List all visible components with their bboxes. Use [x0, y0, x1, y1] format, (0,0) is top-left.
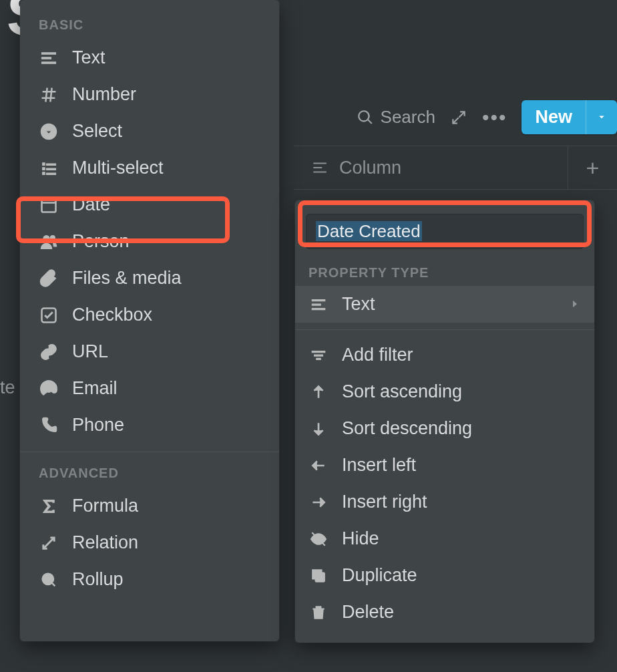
type-label: Files & media [72, 268, 182, 289]
type-label: Multi-select [72, 158, 164, 178]
action-label: Delete [342, 602, 394, 623]
truncated-text: te [0, 377, 15, 398]
type-checkbox[interactable]: Checkbox [20, 297, 279, 333]
property-type-selector[interactable]: Text [295, 286, 594, 323]
action-delete[interactable]: Delete [295, 594, 594, 631]
action-duplicate[interactable]: Duplicate [295, 557, 594, 594]
column-name-value: Date Created [316, 221, 422, 241]
expand-icon [450, 109, 467, 126]
rollup-icon [39, 570, 59, 590]
type-relation[interactable]: Relation [20, 524, 279, 561]
paperclip-icon [39, 269, 59, 289]
arrow-right-icon [308, 492, 329, 512]
new-button-dropdown[interactable] [586, 100, 617, 134]
link-icon [39, 342, 59, 362]
search-label: Search [381, 107, 435, 128]
action-insert-left[interactable]: Insert left [295, 447, 594, 484]
type-label: Text [72, 47, 106, 68]
column-menu: Date Created PROPERTY TYPE Text Add filt… [295, 200, 594, 643]
type-phone[interactable]: Phone [20, 407, 279, 444]
calendar-icon [39, 195, 59, 215]
phone-icon [39, 415, 59, 436]
action-label: Sort descending [342, 418, 472, 439]
table-column-header-row: Column + [294, 146, 617, 190]
type-select[interactable]: Select [20, 113, 279, 150]
type-multi-select[interactable]: Multi-select [20, 150, 279, 186]
duplicate-icon [308, 566, 329, 586]
type-label: URL [72, 341, 108, 362]
arrow-up-icon [308, 382, 329, 402]
new-button[interactable]: New [522, 100, 617, 134]
type-date[interactable]: Date [20, 186, 279, 223]
type-text[interactable]: Text [20, 39, 279, 76]
divider [20, 452, 279, 452]
action-insert-right[interactable]: Insert right [295, 484, 594, 520]
chevron-right-icon [569, 294, 581, 315]
type-label: Relation [72, 532, 138, 553]
type-label: Phone [72, 415, 124, 436]
trash-icon [308, 603, 329, 623]
property-type-current: Text [342, 294, 375, 315]
action-hide[interactable]: Hide [295, 520, 594, 557]
multi-select-icon [39, 158, 59, 178]
action-label: Insert left [342, 455, 416, 476]
type-label: Number [72, 84, 136, 105]
hash-icon [39, 85, 59, 105]
action-label: Sort ascending [342, 381, 462, 402]
type-person[interactable]: Person [20, 223, 279, 260]
select-icon [39, 122, 59, 142]
chevron-down-icon [596, 111, 608, 123]
svg-point-6 [43, 573, 53, 584]
arrow-left-icon [308, 456, 329, 476]
type-formula[interactable]: Formula [20, 488, 279, 524]
property-type-label: PROPERTY TYPE [295, 259, 594, 286]
svg-point-2 [43, 235, 49, 241]
action-sort-ascending[interactable]: Sort ascending [295, 373, 594, 410]
eye-off-icon [308, 529, 329, 549]
relation-icon [39, 533, 59, 553]
add-column-button[interactable]: + [568, 146, 617, 189]
expand-button[interactable] [450, 109, 467, 126]
svg-rect-1 [42, 198, 56, 212]
type-label: Email [72, 378, 118, 399]
sigma-icon [39, 496, 59, 516]
text-icon [39, 48, 59, 68]
type-label: Checkbox [72, 305, 152, 325]
type-number[interactable]: Number [20, 76, 279, 113]
search-button[interactable]: Search [357, 107, 435, 128]
divider [295, 329, 594, 330]
action-add-filter[interactable]: Add filter [295, 337, 594, 373]
at-icon [39, 379, 59, 399]
type-label: Date [72, 194, 110, 215]
text-icon [311, 159, 329, 176]
type-label: Select [72, 121, 122, 142]
action-label: Duplicate [342, 565, 417, 586]
toolbar: Search ••• New [357, 100, 617, 134]
property-type-menu: BASIC Text Number Select Multi-select Da… [20, 0, 279, 641]
svg-point-3 [50, 235, 55, 240]
type-url[interactable]: URL [20, 333, 279, 370]
action-sort-descending[interactable]: Sort descending [295, 410, 594, 447]
action-label: Add filter [342, 345, 413, 365]
arrow-down-icon [308, 419, 329, 439]
column-name-input[interactable]: Date Created [306, 214, 584, 249]
type-label: Rollup [72, 569, 124, 590]
more-button[interactable]: ••• [482, 106, 507, 129]
action-label: Insert right [342, 492, 427, 512]
type-label: Formula [72, 496, 138, 516]
basic-section-label: BASIC [20, 12, 279, 39]
action-label: Hide [342, 528, 379, 549]
type-files[interactable]: Files & media [20, 260, 279, 297]
column-header-label: Column [339, 158, 401, 178]
text-icon [308, 295, 329, 315]
type-rollup[interactable]: Rollup [20, 561, 279, 598]
person-icon [39, 232, 59, 252]
filter-icon [308, 345, 329, 365]
type-label: Person [72, 231, 130, 252]
search-icon [357, 109, 374, 126]
column-header[interactable]: Column [294, 158, 568, 178]
new-button-label: New [522, 100, 586, 134]
advanced-section-label: ADVANCED [20, 460, 279, 488]
checkbox-icon [39, 305, 59, 325]
type-email[interactable]: Email [20, 370, 279, 407]
